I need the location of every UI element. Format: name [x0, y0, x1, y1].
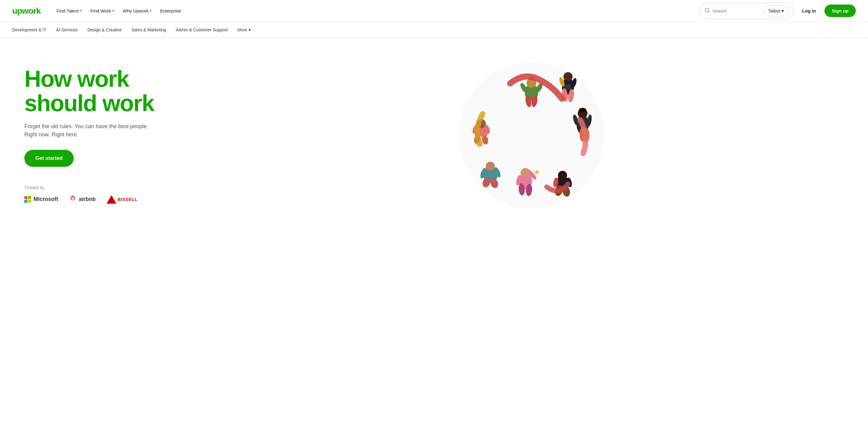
- svg-point-45: [558, 171, 567, 180]
- bissell-logo: BISSELL: [106, 195, 138, 204]
- bissell-icon: [106, 195, 116, 204]
- talent-filter-dropdown[interactable]: Talent ▾: [764, 5, 788, 17]
- microsoft-logo: Microsoft: [24, 196, 58, 203]
- nav-item-enterprise[interactable]: Enterprise: [157, 6, 185, 16]
- get-started-button[interactable]: Get started: [24, 150, 74, 167]
- microsoft-icon: [24, 196, 31, 203]
- hero-illustration: [207, 56, 856, 214]
- signup-button[interactable]: Sign up: [825, 5, 856, 17]
- airbnb-icon: [69, 195, 76, 204]
- trusted-section: Trusted by Microsoft: [24, 185, 207, 204]
- logo-text: upwork: [12, 6, 41, 16]
- svg-point-26: [579, 108, 586, 112]
- chevron-down-icon: ▾: [113, 9, 114, 13]
- people-illustration: [455, 59, 608, 211]
- hero-title: How work should work: [24, 67, 207, 116]
- nav-link-enterprise[interactable]: Enterprise: [157, 6, 185, 16]
- chevron-down-icon: ▾: [781, 8, 784, 14]
- secondary-nav-more[interactable]: More ▾: [238, 27, 251, 32]
- chevron-down-icon: ▾: [150, 9, 152, 13]
- chevron-down-icon: ▾: [249, 27, 251, 32]
- secondary-nav-ai-services[interactable]: AI Services: [56, 26, 78, 33]
- chevron-down-icon: ▾: [80, 9, 82, 13]
- logo[interactable]: upwork: [12, 6, 41, 16]
- search-input[interactable]: [712, 8, 761, 13]
- hero-content: How work should work Forget the old rule…: [24, 67, 207, 204]
- nav-item-find-talent[interactable]: Find Talent ▾: [53, 6, 86, 16]
- nav-links: Find Talent ▾ Find Work ▾ Why Upwork ▾ E…: [53, 6, 185, 16]
- secondary-nav-dev-it[interactable]: Development & IT: [12, 26, 46, 33]
- airbnb-logo: airbnb: [69, 195, 96, 204]
- nav-link-find-talent[interactable]: Find Talent ▾: [53, 6, 86, 16]
- svg-line-1: [708, 11, 709, 12]
- svg-point-32: [486, 162, 495, 171]
- secondary-nav-sales-marketing[interactable]: Sales & Marketing: [131, 26, 166, 33]
- trusted-logos: Microsoft airbnb BISSELL: [24, 195, 207, 204]
- main-nav: Find Talent ▾ Find Work ▾ Why Upwork ▾ E…: [53, 6, 185, 16]
- login-button[interactable]: Log in: [799, 6, 819, 16]
- search-bar[interactable]: Talent ▾: [699, 3, 794, 19]
- nav-item-find-work[interactable]: Find Work ▾: [87, 6, 118, 16]
- search-icon: [705, 8, 710, 14]
- nav-link-why-upwork[interactable]: Why Upwork ▾: [119, 6, 155, 16]
- hero-subtitle: Forget the old rules. You can have the b…: [24, 122, 207, 139]
- trusted-label: Trusted by: [24, 185, 207, 190]
- hero-section: How work should work Forget the old rule…: [0, 38, 868, 233]
- secondary-nav: Development & IT AI Services Design & Cr…: [0, 22, 868, 38]
- secondary-nav-design-creative[interactable]: Design & Creative: [87, 26, 122, 33]
- header-right: Talent ▾ Log in Sign up: [699, 3, 856, 19]
- svg-point-10: [563, 72, 572, 81]
- secondary-nav-admin-support[interactable]: Admin & Customer Support: [176, 26, 227, 33]
- illustration-svg: [455, 59, 608, 211]
- nav-item-why-upwork[interactable]: Why Upwork ▾: [119, 6, 155, 16]
- nav-link-find-work[interactable]: Find Work ▾: [87, 6, 118, 16]
- main-header: upwork Find Talent ▾ Find Work ▾ Why Upw…: [0, 0, 868, 22]
